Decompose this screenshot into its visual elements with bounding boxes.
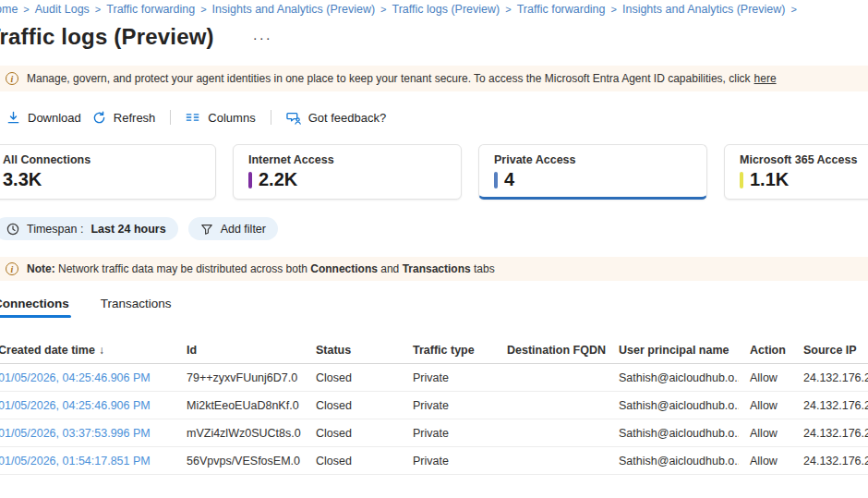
- status-cell: Closed: [305, 392, 402, 419]
- id-cell: 79++zyxvFUunj6D7.0: [175, 364, 305, 392]
- toolbar-divider: [271, 110, 271, 125]
- card-value: 4: [494, 169, 692, 190]
- card-label: Microsoft 365 Access: [740, 153, 868, 166]
- column-header-traffic-type[interactable]: Traffic type: [402, 339, 496, 364]
- user-principal-name-cell: Sathish@aicloudhub.o...: [608, 447, 739, 475]
- timespan-label: Timespan :: [27, 223, 83, 236]
- breadcrumb-item-home[interactable]: Home: [0, 3, 18, 16]
- breadcrumb-item-traffic-logs[interactable]: Traffic logs (Preview): [392, 3, 500, 16]
- user-principal-name-cell: Sathish@aicloudhub.o...: [608, 392, 739, 419]
- feedback-label: Got feedback?: [308, 111, 387, 125]
- card-all-connections[interactable]: All Connections 3.3K: [0, 144, 216, 200]
- timespan-filter-pill[interactable]: Timespan : Last 24 hours: [0, 217, 178, 240]
- card-value-text: 4: [504, 169, 514, 190]
- breadcrumb-separator: >: [611, 4, 617, 15]
- download-button[interactable]: Download: [1, 107, 87, 128]
- card-internet-access[interactable]: Internet Access 2.2K: [233, 144, 462, 200]
- toolbar: Download Refresh Columns Got feedback?: [0, 103, 868, 131]
- traffic-type-cell: Private: [402, 364, 496, 392]
- refresh-button[interactable]: Refresh: [87, 107, 162, 128]
- tab-connections[interactable]: Connections: [0, 291, 71, 318]
- traffic-type-cell: Private: [402, 447, 496, 475]
- card-value-text: 3.3K: [3, 169, 42, 190]
- feedback-icon: [286, 111, 301, 125]
- info-icon: i: [6, 262, 18, 275]
- column-header-user-principal-name[interactable]: User principal name: [608, 339, 739, 364]
- download-icon: [6, 111, 20, 125]
- column-header-status[interactable]: Status: [305, 339, 402, 364]
- info-banner: i Manage, govern, and protect your agent…: [0, 66, 868, 91]
- source-ip-cell: 24.132.176.209: [792, 364, 868, 392]
- created-date-link[interactable]: 01/05/2026, 03:37:53.996 PM: [0, 419, 175, 447]
- breadcrumb-item-traffic-forwarding[interactable]: Traffic forwarding: [106, 3, 195, 16]
- card-value: 1.1K: [740, 169, 868, 190]
- breadcrumb-separator: >: [790, 4, 796, 15]
- note-banner: i Note: Network traffic data may be dist…: [0, 257, 868, 281]
- table-row: 01/05/2026, 03:37:53.996 PM mVZi4zlWz0SU…: [0, 419, 868, 447]
- card-value: 2.2K: [248, 169, 446, 190]
- traffic-type-cell: Private: [402, 392, 496, 419]
- card-value-text: 2.2K: [259, 169, 297, 190]
- status-cell: Closed: [305, 447, 402, 475]
- note-banner-text: Note: Network traffic data may be distri…: [27, 262, 495, 275]
- summary-cards: All Connections 3.3K Internet Access 2.2…: [0, 144, 868, 200]
- feedback-button[interactable]: Got feedback?: [281, 107, 392, 128]
- breadcrumb-item-insights-analytics[interactable]: Insights and Analytics (Preview): [212, 3, 375, 16]
- table-row: 01/05/2026, 04:25:46.906 PM Mi2ktEeoEUaD…: [0, 392, 868, 419]
- column-header-created-date-time[interactable]: Created date time↓: [0, 339, 175, 364]
- breadcrumb-separator: >: [95, 4, 101, 15]
- card-value-text: 1.1K: [750, 169, 789, 190]
- action-cell: Allow: [739, 392, 792, 419]
- card-private-access[interactable]: Private Access 4: [478, 144, 707, 200]
- source-ip-cell: 24.132.176.209: [792, 419, 868, 447]
- card-value-bar: [248, 172, 252, 188]
- destination-fqdn-cell: [496, 364, 608, 392]
- info-banner-link[interactable]: here: [754, 72, 777, 85]
- created-date-link[interactable]: 01/05/2026, 04:25:46.906 PM: [0, 392, 175, 419]
- toolbar-divider: [170, 110, 171, 125]
- created-date-link[interactable]: 01/05/2026, 01:54:17.851 PM: [0, 447, 175, 475]
- column-header-id[interactable]: Id: [175, 339, 305, 364]
- more-options-icon[interactable]: ···: [253, 30, 272, 45]
- breadcrumb: Home > Audit Logs > Traffic forwarding >…: [0, 0, 868, 16]
- card-microsoft-365-access[interactable]: Microsoft 365 Access 1.1K: [724, 144, 868, 200]
- sort-descending-icon: ↓: [99, 344, 104, 357]
- column-header-destination-fqdn[interactable]: Destination FQDN: [496, 339, 608, 364]
- source-ip-cell: 24.132.176.209: [792, 447, 868, 475]
- columns-button[interactable]: Columns: [180, 107, 260, 128]
- page-title: Traffic logs (Preview): [0, 24, 214, 50]
- breadcrumb-separator: >: [200, 4, 206, 15]
- add-filter-pill[interactable]: Add filter: [188, 217, 278, 240]
- user-principal-name-cell: Sathish@aicloudhub.o...: [608, 364, 739, 392]
- table-header-row: Created date time↓ Id Status Traffic typ…: [0, 339, 868, 364]
- card-value: 3.3K: [3, 169, 200, 190]
- destination-fqdn-cell: [496, 447, 608, 475]
- refresh-label: Refresh: [114, 111, 156, 125]
- timespan-value: Last 24 hours: [90, 223, 165, 236]
- tab-bar: Connections Transactions: [0, 291, 868, 318]
- tab-transactions[interactable]: Transactions: [99, 291, 174, 318]
- card-value-bar: [494, 172, 498, 188]
- refresh-icon: [92, 111, 106, 125]
- breadcrumb-item-audit-logs[interactable]: Audit Logs: [35, 3, 90, 16]
- columns-icon: [186, 111, 200, 124]
- action-cell: Allow: [739, 447, 792, 475]
- column-header-source-ip[interactable]: Source IP: [792, 339, 868, 364]
- status-cell: Closed: [305, 419, 402, 447]
- table-row: 01/05/2026, 01:54:17.851 PM 56Vpvps/VESf…: [0, 447, 868, 475]
- id-cell: 56Vpvps/VESfosEM.0: [175, 447, 305, 475]
- status-cell: Closed: [305, 364, 402, 392]
- destination-fqdn-cell: [496, 392, 608, 419]
- breadcrumb-separator: >: [23, 4, 29, 15]
- table-row: 01/05/2026, 04:25:46.906 PM 79++zyxvFUun…: [0, 364, 868, 392]
- breadcrumb-item-traffic-forwarding-2[interactable]: Traffic forwarding: [517, 3, 606, 16]
- info-banner-text: Manage, govern, and protect your agent i…: [27, 72, 751, 85]
- breadcrumb-item-insights-analytics-2[interactable]: Insights and Analytics (Preview): [622, 3, 785, 16]
- card-label: Internet Access: [248, 153, 446, 166]
- created-date-link[interactable]: 01/05/2026, 04:25:46.906 PM: [0, 364, 175, 392]
- page: Home > Audit Logs > Traffic forwarding >…: [0, 0, 868, 475]
- action-cell: Allow: [739, 364, 792, 392]
- card-label: Private Access: [494, 153, 692, 166]
- id-cell: Mi2ktEeoEUaD8nKf.0: [175, 392, 305, 419]
- column-header-action[interactable]: Action: [739, 339, 792, 364]
